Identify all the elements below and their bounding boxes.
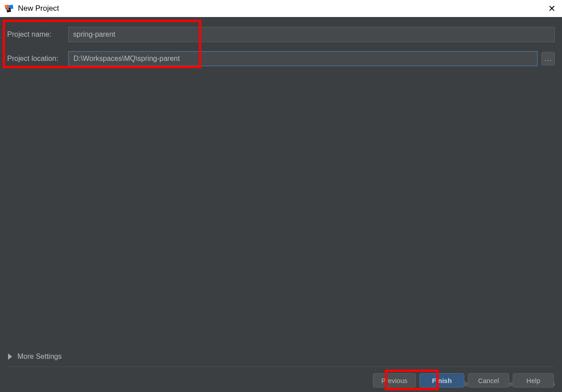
project-location-label: Project location: xyxy=(7,55,68,63)
dialog-content: Project name: Project location: ... More… xyxy=(0,17,562,392)
button-bar: Previous Finish Cancel Help xyxy=(373,373,554,388)
project-location-input[interactable] xyxy=(68,51,538,66)
svg-rect-3 xyxy=(7,9,9,9)
project-name-input[interactable] xyxy=(68,27,555,42)
close-icon[interactable]: ✕ xyxy=(548,4,556,13)
more-settings-label: More Settings xyxy=(17,353,62,361)
expand-icon xyxy=(8,353,12,360)
separator xyxy=(7,366,554,367)
project-location-row: Project location: ... xyxy=(7,51,555,66)
svg-rect-4 xyxy=(7,9,9,10)
finish-button[interactable]: Finish xyxy=(419,373,464,388)
cancel-button[interactable]: Cancel xyxy=(468,373,509,388)
project-name-label: Project name: xyxy=(7,30,68,39)
titlebar: New Project ✕ xyxy=(0,0,562,17)
app-icon xyxy=(4,4,14,13)
svg-rect-2 xyxy=(6,8,11,12)
window-title: New Project xyxy=(18,4,59,13)
project-name-row: Project name: xyxy=(7,27,555,42)
form-area: Project name: Project location: ... xyxy=(0,17,562,66)
more-settings-toggle[interactable]: More Settings xyxy=(8,353,62,361)
browse-button[interactable]: ... xyxy=(541,52,555,65)
previous-button[interactable]: Previous xyxy=(373,373,416,388)
help-button[interactable]: Help xyxy=(513,373,554,388)
